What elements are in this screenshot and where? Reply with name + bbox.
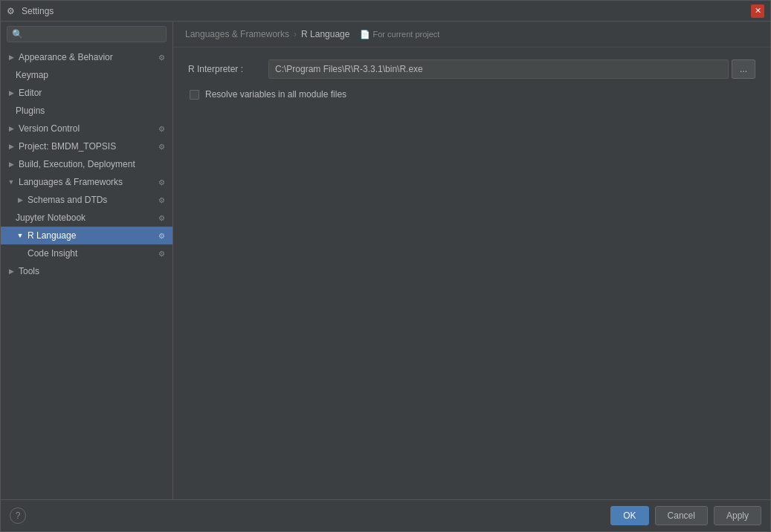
search-box[interactable]: 🔍 xyxy=(7,26,167,42)
vcs-icon: ⚙ xyxy=(156,123,167,134)
resolve-variables-row: Resolve variables in all module files xyxy=(188,89,755,100)
bottom-right: OK Cancel Apply xyxy=(610,506,761,525)
arrow-icon xyxy=(16,231,25,240)
sidebar: 🔍 Appearance & Behavior ⚙ Keymap Edito xyxy=(1,22,173,499)
apply-button[interactable]: Apply xyxy=(714,506,761,525)
lang-icon: ⚙ xyxy=(156,177,167,187)
breadcrumb-sep: › xyxy=(294,29,297,39)
interpreter-row: R Interpreter : ... xyxy=(188,59,755,79)
bottom-bar: ? OK Cancel Apply xyxy=(1,499,770,531)
close-icon: ✕ xyxy=(755,6,761,16)
jupyter-icon: ⚙ xyxy=(156,213,167,223)
content-area: 🔍 Appearance & Behavior ⚙ Keymap Edito xyxy=(1,22,770,499)
project-tag-icon: 📄 xyxy=(360,30,370,39)
arrow-icon xyxy=(7,160,16,169)
close-button[interactable]: ✕ xyxy=(751,4,764,18)
cancel-button[interactable]: Cancel xyxy=(655,506,708,525)
window-title: Settings xyxy=(22,6,54,16)
sidebar-item-tools[interactable]: Tools xyxy=(1,262,172,280)
sidebar-item-keymap[interactable]: Keymap xyxy=(1,66,172,84)
sidebar-item-languages[interactable]: Languages & Frameworks ⚙ xyxy=(1,173,172,191)
sidebar-item-version-control[interactable]: Version Control ⚙ xyxy=(1,120,172,137)
sidebar-item-jupyter[interactable]: Jupyter Notebook ⚙ xyxy=(1,209,172,227)
project-icon: ⚙ xyxy=(156,141,167,152)
title-bar: ⚙ Settings ✕ xyxy=(1,1,770,22)
settings-content: R Interpreter : ... Resolve variables in… xyxy=(173,48,770,499)
interpreter-input-container: ... xyxy=(268,59,755,79)
sidebar-item-code-insight[interactable]: Code Insight ⚙ xyxy=(1,244,172,262)
config-icon: ⚙ xyxy=(156,52,167,62)
help-icon: ? xyxy=(16,510,21,521)
settings-icon: ⚙ xyxy=(7,6,17,16)
breadcrumb: Languages & Frameworks › R Language 📄 Fo… xyxy=(173,22,770,48)
arrow-icon xyxy=(7,88,16,97)
arrow-icon xyxy=(16,195,25,204)
arrow-icon xyxy=(7,267,16,276)
bottom-left: ? xyxy=(10,507,26,524)
main-panel: Languages & Frameworks › R Language 📄 Fo… xyxy=(173,22,770,499)
sidebar-item-editor[interactable]: Editor xyxy=(1,84,172,102)
sidebar-item-build[interactable]: Build, Execution, Deployment xyxy=(1,155,172,173)
arrow-icon xyxy=(7,124,16,133)
ok-button[interactable]: OK xyxy=(610,506,648,525)
sidebar-item-r-language[interactable]: R Language ⚙ xyxy=(1,227,172,244)
sidebar-item-project[interactable]: Project: BMDM_TOPSIS ⚙ xyxy=(1,137,172,155)
code-insight-icon: ⚙ xyxy=(156,248,167,259)
search-input[interactable] xyxy=(26,29,161,39)
arrow-icon xyxy=(7,178,16,186)
search-icon: 🔍 xyxy=(12,29,23,39)
breadcrumb-parent: Languages & Frameworks xyxy=(185,29,289,39)
title-bar-left: ⚙ Settings xyxy=(7,6,54,16)
schema-icon: ⚙ xyxy=(156,195,167,205)
breadcrumb-tag: 📄 For current project xyxy=(360,30,439,39)
browse-button[interactable]: ... xyxy=(732,59,755,79)
settings-window: ⚙ Settings ✕ 🔍 Appearance & Behavior ⚙ xyxy=(0,0,771,532)
resolve-variables-checkbox[interactable] xyxy=(190,90,199,100)
help-button[interactable]: ? xyxy=(10,507,26,524)
arrow-icon xyxy=(7,142,16,151)
project-tag-text: For current project xyxy=(373,30,440,39)
sidebar-item-schemas[interactable]: Schemas and DTDs ⚙ xyxy=(1,191,172,209)
r-icon: ⚙ xyxy=(156,230,167,241)
interpreter-input[interactable] xyxy=(268,59,729,79)
sidebar-item-appearance[interactable]: Appearance & Behavior ⚙ xyxy=(1,48,172,66)
arrow-icon xyxy=(7,53,16,62)
nav-tree: Appearance & Behavior ⚙ Keymap Editor Pl… xyxy=(1,47,172,499)
resolve-variables-label: Resolve variables in all module files xyxy=(205,89,346,100)
sidebar-item-plugins[interactable]: Plugins xyxy=(1,102,172,120)
breadcrumb-current: R Language xyxy=(301,29,349,39)
interpreter-label: R Interpreter : xyxy=(188,64,262,74)
